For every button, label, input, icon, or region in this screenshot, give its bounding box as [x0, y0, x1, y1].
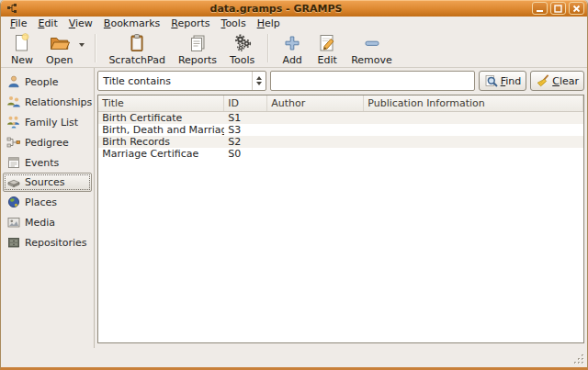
- menu-view[interactable]: View: [63, 17, 98, 30]
- new-document-icon: [11, 32, 33, 54]
- add-plus-icon: [281, 32, 303, 54]
- sidebar-item-people[interactable]: People: [3, 72, 92, 92]
- sidebar-item-label: Media: [25, 217, 55, 229]
- sidebar-item-label: People: [25, 76, 59, 88]
- open-folder-icon: [49, 32, 71, 54]
- table-cell: S0: [224, 148, 267, 160]
- column-header-title[interactable]: Title: [98, 95, 224, 111]
- close-button[interactable]: [569, 2, 584, 15]
- filter-field-dropdown[interactable]: Title contains: [97, 71, 266, 91]
- sidebar-item-label: Events: [25, 157, 59, 169]
- table-body: Birth CertificateS1Birth, Death and Marr…: [98, 112, 583, 160]
- reports-toolbar-button[interactable]: Reports: [172, 31, 223, 67]
- table-row[interactable]: Birth, Death and Marriage R...S3: [98, 124, 583, 136]
- menu-tools[interactable]: Tools: [216, 17, 252, 30]
- window-title: data.gramps - GRAMPS: [20, 3, 532, 15]
- column-header-publication-information[interactable]: Publication Information: [364, 95, 583, 111]
- toolbar-separator: [267, 34, 268, 62]
- column-header-author[interactable]: Author: [267, 95, 364, 111]
- reports-icon: [187, 32, 209, 54]
- relationships-icon: [6, 95, 21, 109]
- remove-minus-icon: [361, 32, 383, 54]
- dropdown-spinner-icon[interactable]: [252, 72, 266, 90]
- sidebar-item-label: Pedigree: [25, 137, 69, 149]
- open-toolbar-button[interactable]: Open: [40, 31, 79, 67]
- add-toolbar-button[interactable]: Add: [275, 31, 310, 67]
- scratchpad-toolbar-button[interactable]: ScratchPad: [102, 31, 172, 67]
- clear-button-label: Clear: [552, 75, 579, 87]
- toolbar-button-label: Remove: [351, 54, 392, 66]
- open-dropdown-arrow[interactable]: [79, 31, 88, 67]
- table-cell: Birth Certificate: [98, 112, 224, 124]
- menubar: FileEditViewBookmarksReportsToolsHelp: [1, 17, 587, 30]
- table-cell: [364, 148, 583, 160]
- sidebar-item-places[interactable]: Places: [3, 192, 92, 212]
- toolbar-button-label: New: [11, 54, 33, 66]
- toolbar: NewOpenScratchPadReportsToolsAddEditRemo…: [1, 30, 587, 68]
- table-cell: [267, 124, 364, 136]
- tools-icon: [232, 32, 254, 54]
- table-cell: [364, 124, 583, 136]
- content-area: PeopleRelationshipsFamily ListPedigreeEv…: [1, 68, 587, 348]
- family-list-icon: [6, 115, 21, 129]
- gramps-window: data.gramps - GRAMPS FileEditViewBookmar…: [0, 0, 588, 370]
- table-cell: S2: [224, 136, 267, 148]
- tools-toolbar-button[interactable]: Tools: [223, 31, 261, 67]
- clear-button[interactable]: Clear: [530, 71, 584, 91]
- menu-help[interactable]: Help: [252, 17, 286, 30]
- toolbar-separator: [95, 34, 96, 62]
- clear-broom-icon: [536, 73, 550, 88]
- filter-text-input[interactable]: [270, 71, 474, 91]
- sidebar-item-label: Relationships: [25, 96, 92, 108]
- sidebar-item-label: Repositories: [25, 237, 87, 249]
- titlebar[interactable]: data.gramps - GRAMPS: [1, 0, 587, 17]
- table-row[interactable]: Birth RecordsS2: [98, 136, 583, 148]
- resize-grip[interactable]: [573, 353, 585, 365]
- find-button[interactable]: Find: [479, 71, 527, 91]
- table-cell: [267, 136, 364, 148]
- pedigree-icon: [6, 135, 21, 150]
- chevron-down-icon: [79, 43, 85, 47]
- find-icon: [484, 73, 499, 88]
- remove-toolbar-button[interactable]: Remove: [345, 31, 399, 67]
- scratchpad-icon: [126, 32, 148, 54]
- new-toolbar-button[interactable]: New: [5, 31, 40, 67]
- sidebar-item-label: Sources: [25, 176, 65, 188]
- sidebar-item-label: Family List: [25, 117, 78, 129]
- events-icon: [6, 155, 21, 170]
- table-cell: [364, 112, 583, 124]
- table-cell: S1: [224, 112, 267, 124]
- sidebar-item-events[interactable]: Events: [3, 152, 92, 173]
- toolbar-button-label: Add: [283, 54, 302, 66]
- table-row[interactable]: Marriage CertificaeS0: [98, 148, 583, 160]
- menu-file[interactable]: File: [5, 17, 32, 30]
- people-icon: [6, 74, 21, 89]
- toolbar-button-label: Edit: [318, 54, 337, 66]
- view-sidebar: PeopleRelationshipsFamily ListPedigreeEv…: [1, 68, 95, 348]
- minimize-button[interactable]: [532, 2, 548, 15]
- menu-edit[interactable]: Edit: [32, 17, 62, 30]
- find-button-label: Find: [501, 75, 522, 87]
- filter-bar: Title contains Find Clear: [97, 71, 584, 91]
- sidebar-item-media[interactable]: Media: [3, 212, 92, 232]
- table-row[interactable]: Birth CertificateS1: [98, 112, 583, 124]
- maximize-button[interactable]: [550, 2, 566, 15]
- sidebar-item-sources[interactable]: Sources: [3, 173, 92, 192]
- column-header-id[interactable]: ID: [224, 95, 267, 111]
- sidebar-item-relationships[interactable]: Relationships: [3, 92, 92, 112]
- menu-reports[interactable]: Reports: [165, 17, 215, 30]
- edit-toolbar-button[interactable]: Edit: [310, 31, 345, 67]
- table-header-row: TitleIDAuthorPublication Information: [98, 95, 583, 112]
- sidebar-item-label: Places: [25, 196, 57, 208]
- toolbar-button-label: Reports: [178, 54, 217, 66]
- toolbar-button-label: ScratchPad: [108, 54, 165, 66]
- toolbar-button-label: Tools: [230, 54, 254, 66]
- menu-bookmarks[interactable]: Bookmarks: [98, 17, 165, 30]
- gramps-app-icon: [6, 2, 18, 15]
- sidebar-item-repositories[interactable]: Repositories: [3, 232, 92, 252]
- sidebar-item-family-list[interactable]: Family List: [3, 112, 92, 132]
- sidebar-item-pedigree[interactable]: Pedigree: [3, 132, 92, 152]
- window-controls: [532, 2, 584, 15]
- table-cell: Birth Records: [98, 136, 224, 148]
- table-cell: [267, 112, 364, 124]
